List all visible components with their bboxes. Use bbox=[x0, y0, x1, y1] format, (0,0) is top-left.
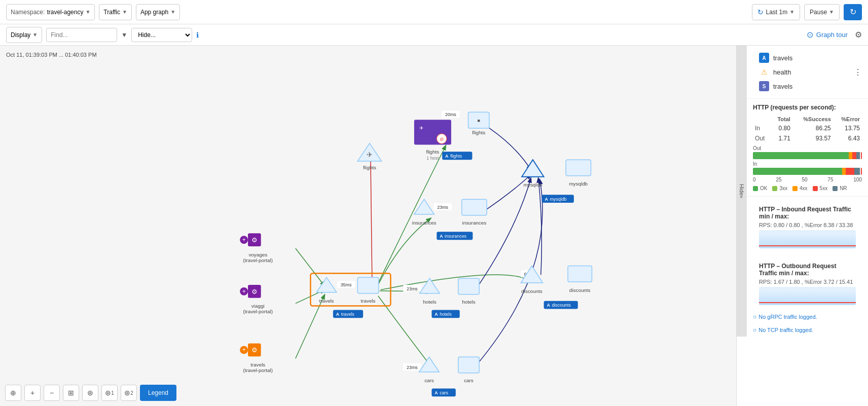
row-out-total: 1.71 bbox=[771, 133, 792, 143]
viaggi-node[interactable]: ⚙ + viaggi (travel-portal) bbox=[240, 285, 273, 314]
bottom-controls: ⊕ + − ⊞ ⊛ ⊛ 1 ⊛ 2 Legend bbox=[5, 385, 176, 401]
node-badge-a: A bbox=[759, 53, 769, 63]
reset-button[interactable]: ⊛ bbox=[82, 385, 98, 401]
cars-app-node[interactable]: cars bbox=[419, 357, 440, 383]
out-bar-label: Out bbox=[753, 145, 862, 151]
clock-icon: ↻ bbox=[757, 8, 764, 16]
hotels-service-node[interactable]: hotels bbox=[458, 278, 479, 304]
collapse-2-icon: ⊛ bbox=[124, 389, 130, 397]
pause-selector[interactable]: Pause ▼ bbox=[804, 4, 840, 20]
discounts-badge[interactable]: A discounts bbox=[544, 301, 578, 309]
scale-0: 0 bbox=[753, 177, 756, 182]
app-graph-selector[interactable]: App graph ▼ bbox=[136, 4, 180, 20]
graph-tour-button[interactable]: ⊙ Graph tour ⚙ bbox=[807, 30, 862, 40]
travels-service-node[interactable]: travels bbox=[357, 277, 378, 303]
insurances-service-node[interactable]: insurances bbox=[462, 199, 487, 225]
out-5xx-bar bbox=[852, 152, 857, 159]
panel-node-health[interactable]: ⚠ health bbox=[753, 65, 850, 79]
app-graph-label: App graph bbox=[140, 9, 168, 16]
cars-badge[interactable]: A cars bbox=[431, 388, 455, 396]
settings-icon[interactable]: ⚙ bbox=[855, 30, 862, 40]
svg-text:mysqldb: mysqldb bbox=[550, 197, 566, 202]
out-bar-container bbox=[753, 152, 862, 159]
svg-text:cars: cars bbox=[440, 390, 448, 395]
row-out-label: Out bbox=[753, 133, 771, 143]
mysqldb-app-node[interactable]: mysqldb bbox=[522, 160, 544, 188]
svg-text:⚙: ⚙ bbox=[251, 288, 258, 296]
svg-text:⚙: ⚙ bbox=[251, 346, 258, 354]
travels-badge[interactable]: A travels bbox=[333, 310, 363, 318]
discounts-service-node[interactable]: discounts bbox=[568, 266, 592, 293]
legend-3xx-text: 3xx bbox=[779, 186, 787, 191]
pause-label: Pause bbox=[810, 9, 827, 16]
legend-nr-dot bbox=[833, 186, 838, 191]
legend-nr-text: NR bbox=[840, 186, 847, 191]
time-selector[interactable]: ↻ Last 1m ▼ bbox=[752, 4, 800, 20]
zoom-out-button[interactable]: − bbox=[44, 385, 60, 401]
collapse-2-label: 2 bbox=[130, 390, 133, 396]
legend-button[interactable]: Legend bbox=[140, 385, 176, 401]
insurances-badge[interactable]: A insurances bbox=[437, 232, 473, 240]
out-ok-bar bbox=[753, 152, 849, 159]
svg-rect-27 bbox=[357, 277, 378, 293]
app-graph-chevron-icon: ▼ bbox=[170, 9, 175, 15]
hotels-badge[interactable]: A hotels bbox=[431, 310, 459, 318]
svg-text:cars: cars bbox=[464, 378, 474, 383]
pause-chevron-icon: ▼ bbox=[829, 9, 834, 15]
flights-service-node[interactable]: ■ flights bbox=[468, 112, 489, 135]
mysqldb-badge[interactable]: A mysqldb bbox=[542, 195, 574, 203]
svg-text:A: A bbox=[547, 303, 551, 308]
panel-node-travels-s[interactable]: S travels bbox=[753, 79, 850, 93]
fit-button[interactable]: ⊞ bbox=[63, 385, 79, 401]
find-input[interactable] bbox=[46, 28, 117, 42]
info-icon[interactable]: ℹ bbox=[196, 31, 199, 39]
outbound-chart-line bbox=[759, 302, 856, 303]
svg-marker-50 bbox=[414, 199, 435, 214]
svg-text:travels: travels bbox=[341, 312, 355, 317]
svg-text:+: + bbox=[242, 346, 246, 353]
out-nr-bar bbox=[856, 152, 859, 159]
svg-text:✈: ✈ bbox=[367, 151, 373, 159]
node-name-travels: travels bbox=[773, 54, 792, 62]
flights-external-node[interactable]: ✈ flights bbox=[357, 143, 381, 170]
more-options-button[interactable]: ⋮ bbox=[854, 67, 862, 77]
graph-area[interactable]: Oct 11, 01:39:03 PM ... 01:40:03 PM bbox=[0, 46, 736, 406]
main-content: Oct 11, 01:39:03 PM ... 01:40:03 PM bbox=[0, 46, 868, 406]
tcp-note-icon: ○ bbox=[753, 326, 756, 334]
flights-badge[interactable]: A flights bbox=[442, 152, 472, 160]
hide-panel-button[interactable]: Hide » bbox=[737, 46, 747, 337]
svg-text:23ms: 23ms bbox=[407, 286, 418, 291]
travels-app-node[interactable]: travels bbox=[316, 277, 337, 303]
grpc-note: ○ No gRPC traffic logged. bbox=[747, 310, 868, 323]
discounts-app-node[interactable]: discounts bbox=[521, 266, 542, 294]
svg-rect-73 bbox=[458, 357, 479, 373]
insurances-app-node[interactable]: insurances bbox=[412, 199, 437, 225]
svg-text:hotels: hotels bbox=[440, 312, 452, 317]
collapse-1-button[interactable]: ⊛ 1 bbox=[101, 385, 118, 401]
namespace-label: Namespace: bbox=[11, 9, 45, 16]
display-selector[interactable]: Display ▼ bbox=[6, 27, 42, 43]
panel-node-travels-a[interactable]: A travels bbox=[753, 51, 850, 65]
collapse-2-button[interactable]: ⊛ 2 bbox=[121, 385, 137, 401]
table-row-in: In 0.80 86.25 13.75 bbox=[753, 123, 862, 133]
travels-portal-node[interactable]: ⚙ + travels (travel-portal) bbox=[240, 344, 273, 373]
legend-3xx-dot bbox=[772, 186, 777, 191]
svg-text:cars: cars bbox=[424, 378, 434, 383]
cars-service-node[interactable]: cars bbox=[458, 357, 479, 383]
zoom-in-button[interactable]: + bbox=[24, 385, 41, 401]
mysqldb-service-node[interactable]: mysqldb bbox=[566, 160, 591, 187]
namespace-selector[interactable]: Namespace: travel-agency ▼ bbox=[6, 4, 95, 20]
hide-select[interactable]: Hide... bbox=[131, 28, 192, 42]
voyages-node[interactable]: ⚙ + voyages (travel-portal) bbox=[240, 233, 273, 263]
layout-button[interactable]: ⊕ bbox=[5, 385, 21, 401]
traffic-selector[interactable]: Traffic ▼ bbox=[99, 4, 132, 20]
svg-text:voyages: voyages bbox=[248, 252, 267, 257]
svg-text:(travel-portal): (travel-portal) bbox=[243, 309, 273, 314]
refresh-icon: ↻ bbox=[850, 7, 856, 17]
in-bar-container bbox=[753, 168, 862, 175]
svg-text:mysqldb: mysqldb bbox=[524, 182, 542, 188]
svg-text:(travel-portal): (travel-portal) bbox=[243, 367, 273, 373]
refresh-button[interactable]: ↻ bbox=[844, 4, 862, 20]
svg-text:A: A bbox=[435, 390, 438, 395]
col-header-label bbox=[753, 115, 771, 123]
